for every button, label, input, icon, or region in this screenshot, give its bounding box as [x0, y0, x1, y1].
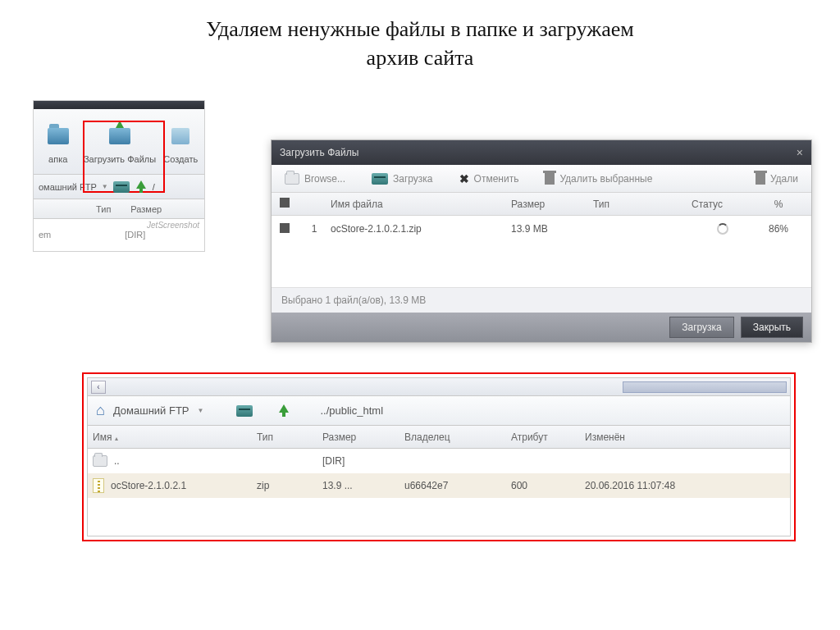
- toolbar-fragment-panel: апка Загрузить Файлы Создать омашний FTP…: [33, 100, 205, 252]
- disk-icon[interactable]: [113, 181, 130, 193]
- nav-row: ⌂ Домашний FTP ▼ ../public_html: [88, 396, 790, 426]
- row-number: 1: [298, 223, 331, 235]
- action-browse-label: Browse...: [304, 173, 345, 185]
- row-em: em: [34, 230, 51, 240]
- breadcrumb-label[interactable]: омашний FTP: [39, 182, 97, 192]
- title-line-2: архив сайта: [367, 46, 474, 70]
- upload-icon: [109, 128, 130, 144]
- col-type[interactable]: Тип: [593, 199, 692, 210]
- new-folder-icon: [171, 128, 189, 144]
- col-type[interactable]: Тип: [252, 431, 317, 443]
- upload-table-header: Имя файла Размер Тип Статус %: [272, 193, 811, 216]
- trash-icon: [756, 173, 765, 185]
- scroll-left-button[interactable]: ‹: [91, 381, 106, 394]
- breadcrumb-slash: /: [153, 182, 155, 192]
- toolbar-item-upload-label: Загрузить Файлы: [84, 154, 156, 164]
- toolbar-item-create[interactable]: Создать: [161, 121, 202, 164]
- row-percent: 86%: [754, 223, 803, 235]
- row-type: zip: [252, 480, 317, 491]
- col-size[interactable]: Размер: [130, 204, 162, 214]
- folder-icon: [48, 128, 69, 144]
- action-cancel-label: Отменить: [474, 173, 519, 185]
- action-delete-selected[interactable]: Удалить выбранные: [532, 173, 665, 185]
- checkbox-all[interactable]: [280, 198, 290, 208]
- col-modified[interactable]: Изменён: [580, 431, 711, 443]
- table-row[interactable]: .. [DIR]: [88, 449, 790, 473]
- file-table-header: Имя ▴ Тип Размер Владелец Атрибут Изменё…: [88, 426, 790, 449]
- zip-file-icon: [93, 478, 104, 493]
- col-owner[interactable]: Владелец: [399, 431, 506, 443]
- col-filename[interactable]: Имя файла: [331, 199, 511, 210]
- col-percent[interactable]: %: [754, 199, 803, 210]
- row-name: ..: [114, 455, 120, 467]
- up-arrow-icon[interactable]: [277, 404, 290, 418]
- action-delete-selected-label: Удалить выбранные: [559, 173, 652, 185]
- disk-icon: [372, 173, 388, 185]
- action-browse[interactable]: Browse...: [272, 173, 358, 185]
- col-status[interactable]: Статус: [692, 199, 754, 210]
- title-line-1: Удаляем ненужные файлы в папке и загружа…: [206, 17, 633, 41]
- close-button[interactable]: Закрыть: [741, 317, 803, 338]
- column-header-row: Тип Размер: [34, 199, 204, 219]
- row-name: ocStore-2.1.0.2.1: [111, 480, 186, 491]
- row-owner: u66642e7: [399, 480, 506, 491]
- scrollbar-row: ‹: [88, 378, 790, 396]
- close-icon[interactable]: ×: [797, 146, 803, 159]
- toolbar: апка Загрузить Файлы Создать: [34, 109, 204, 175]
- cancel-icon: ✖: [459, 172, 469, 185]
- row-attr: 600: [506, 480, 580, 491]
- folder-open-icon: [285, 173, 299, 185]
- trash-icon: [545, 173, 555, 185]
- chevron-down-icon[interactable]: ▼: [102, 183, 108, 190]
- home-icon[interactable]: ⌂: [96, 402, 105, 419]
- row-filename: ocStore-2.1.0.2.1.zip: [331, 223, 511, 235]
- row-size: [DIR]: [317, 455, 399, 467]
- col-size[interactable]: Размер: [511, 199, 593, 210]
- col-attr[interactable]: Атрибут: [506, 431, 580, 443]
- row-size: 13.9 MB: [511, 223, 593, 235]
- checkbox[interactable]: [280, 223, 290, 233]
- nav-home-label[interactable]: Домашний FTP: [113, 404, 189, 417]
- chevron-down-icon[interactable]: ▼: [198, 407, 204, 414]
- toolbar-item-folder[interactable]: апка: [37, 121, 79, 164]
- col-name[interactable]: Имя: [93, 431, 112, 443]
- window-titlebar: [34, 101, 204, 109]
- row-dir: [DIR]: [51, 230, 145, 240]
- page-title: Удаляем ненужные файлы в папке и загружа…: [92, 15, 748, 72]
- dialog-titlebar: Загрузить Файлы ×: [272, 140, 811, 165]
- row-size: 13.9 ...: [317, 480, 399, 491]
- spinner-icon: [717, 223, 728, 235]
- nav-path[interactable]: ../public_html: [320, 404, 383, 417]
- col-size[interactable]: Размер: [317, 431, 399, 443]
- breadcrumb-row: омашний FTP ▼ /: [34, 175, 204, 199]
- folder-icon: [93, 455, 107, 467]
- dialog-actionbar: Browse... Загрузка ✖ Отменить Удалить вы…: [272, 165, 811, 193]
- action-delete-label: Удали: [770, 173, 798, 185]
- scrollbar-track[interactable]: [623, 381, 787, 393]
- file-browser-inner: ‹ ⌂ Домашний FTP ▼ ../public_html Имя ▴ …: [87, 377, 791, 536]
- toolbar-item-upload[interactable]: Загрузить Файлы: [79, 121, 160, 164]
- sort-icon[interactable]: ▴: [115, 435, 118, 442]
- action-upload[interactable]: Загрузка: [358, 173, 446, 185]
- file-browser-panel: ‹ ⌂ Домашний FTP ▼ ../public_html Имя ▴ …: [82, 372, 796, 541]
- up-arrow-icon[interactable]: [135, 180, 148, 194]
- action-upload-label: Загрузка: [393, 173, 433, 185]
- action-cancel[interactable]: ✖ Отменить: [446, 172, 532, 185]
- dialog-title: Загрузить Файлы: [280, 147, 358, 158]
- toolbar-item-create-label: Создать: [163, 154, 198, 164]
- upload-dialog: Загрузить Файлы × Browse... Загрузка ✖ О…: [271, 139, 812, 343]
- toolbar-item-folder-label: апка: [48, 154, 67, 164]
- disk-icon[interactable]: [236, 405, 253, 417]
- dialog-footer-buttons: Загрузка Закрыть: [272, 313, 811, 342]
- row-modified: 20.06.2016 11:07:48: [580, 480, 711, 491]
- action-delete[interactable]: Удали: [742, 173, 811, 185]
- upload-table-row[interactable]: 1 ocStore-2.1.0.2.1.zip 13.9 MB 86%: [272, 216, 811, 242]
- table-spacer: [272, 242, 811, 288]
- dialog-footer-info: Выбрано 1 файл(а/ов), 13.9 MB: [272, 288, 811, 313]
- watermark: JetScreenshot: [34, 219, 204, 230]
- col-type[interactable]: Тип: [96, 204, 111, 214]
- upload-button[interactable]: Загрузка: [669, 317, 734, 338]
- table-row[interactable]: ocStore-2.1.0.2.1 zip 13.9 ... u66642e7 …: [88, 473, 790, 498]
